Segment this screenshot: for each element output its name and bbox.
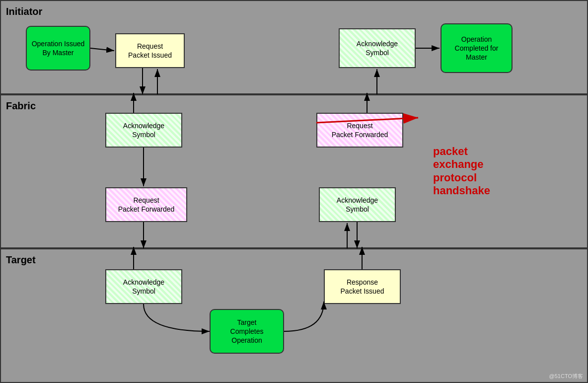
target-completes-box: TargetCompletesOperation [210, 309, 284, 354]
target-arrows [1, 249, 587, 382]
op-issued-box: Operation Issued By Master [26, 26, 90, 71]
watermark: @51CTO博客 [549, 373, 583, 380]
target-completes-text: TargetCompletesOperation [230, 318, 264, 345]
target-label: Target [6, 254, 36, 266]
ack-symbol-fab1-box: AcknowledgeSymbol [105, 113, 182, 148]
req-fwd-fab1-box: RequestPacket Forwarded [105, 187, 187, 222]
target-lane: Target AcknowledgeSymbol TargetCompletes… [0, 248, 588, 383]
initiator-lane: Initiator Operation Issued By Master Req… [0, 0, 588, 94]
fabric-label: Fabric [6, 100, 36, 112]
red-annotation: packetexchangeprotocolhandshake [433, 145, 490, 198]
op-issued-text: Operation Issued By Master [29, 39, 87, 57]
ack-symbol-fab1-text: AcknowledgeSymbol [123, 121, 164, 139]
response-packet-text: ResponsePacket Issued [341, 278, 384, 296]
req-packet-issued-text: RequestPacket Issued [128, 42, 172, 60]
op-completed-text: OperationCompleted forMaster [455, 35, 499, 62]
ack-symbol-tgt-text: AcknowledgeSymbol [123, 278, 164, 296]
op-completed-box: OperationCompleted forMaster [441, 23, 513, 73]
ack-symbol-tgt-box: AcknowledgeSymbol [105, 269, 182, 304]
fabric-arrows [1, 95, 587, 247]
initiator-label: Initiator [6, 6, 42, 17]
fabric-lane: Fabric AcknowledgeSymbol RequestPacket F… [0, 94, 588, 248]
req-packet-issued-box: RequestPacket Issued [115, 33, 185, 68]
ack-symbol-fab2-box: AcknowledgeSymbol [319, 187, 396, 222]
diagram-container: Initiator Operation Issued By Master Req… [0, 0, 588, 383]
ack-symbol-fab2-text: AcknowledgeSymbol [337, 196, 378, 214]
response-packet-box: ResponsePacket Issued [324, 269, 401, 304]
ack-symbol-init-text: AcknowledgeSymbol [357, 39, 398, 57]
svg-line-1 [90, 48, 114, 51]
req-fwd-fab2-box: RequestPacket Forwarded [316, 113, 403, 148]
req-fwd-fab1-text: RequestPacket Forwarded [118, 196, 175, 214]
req-fwd-fab2-text: RequestPacket Forwarded [332, 121, 388, 139]
ack-symbol-init-box: AcknowledgeSymbol [339, 28, 416, 68]
